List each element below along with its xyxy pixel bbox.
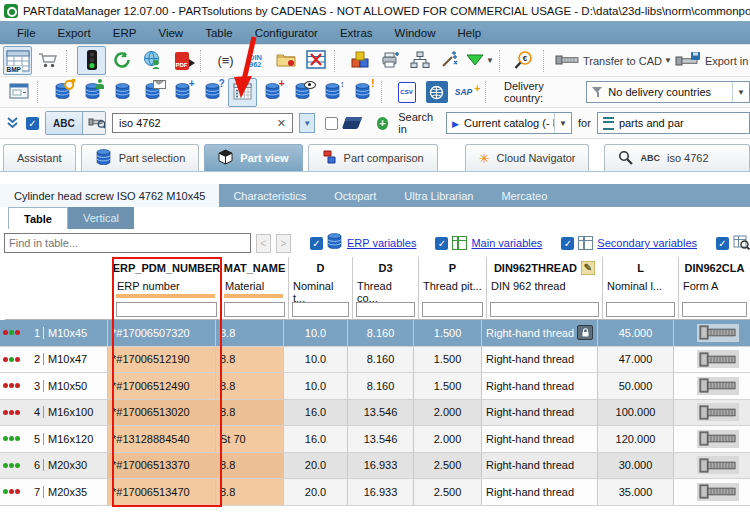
export-in-file-button[interactable]: Export in file (674, 46, 750, 75)
menu-extras[interactable]: Extras (329, 27, 384, 39)
cell-preview[interactable] (674, 453, 745, 479)
search-history-dropdown[interactable] (299, 113, 315, 133)
pdf-export-button[interactable]: PDF (167, 46, 196, 75)
db-mail-button[interactable] (138, 78, 167, 107)
table-row[interactable]: 4 M16x100 *#17006513020 8.8 16.0 13.546 … (0, 400, 750, 427)
column-header[interactable]: DIN962CLA (679, 257, 750, 278)
subtab-characteristics[interactable]: Characteristics (219, 184, 320, 207)
table-row[interactable]: 1 M10x45 *#17006507320 8.8 10.0 8.160 1.… (0, 320, 750, 347)
erp-table-view-button[interactable] (228, 78, 257, 107)
cell-l[interactable]: 100.000 (598, 400, 674, 426)
cell-l[interactable]: 35.000 (598, 479, 674, 505)
cell-material[interactable]: 8.8 (216, 479, 284, 505)
main-variables-link[interactable]: Main variables (471, 237, 542, 249)
cell-d3[interactable]: 16.933 (348, 453, 414, 479)
subtab-octopart[interactable]: Octopart (320, 184, 390, 207)
eraser-icon[interactable] (342, 117, 363, 129)
cell-d3[interactable]: 8.160 (348, 373, 414, 399)
favorites-button[interactable] (271, 46, 300, 75)
table-row[interactable]: 5 M16x120 *#13128884540 St 70 16.0 13.54… (0, 426, 750, 453)
csv-button[interactable]: CSV (392, 78, 421, 107)
cell-p[interactable]: 2.500 (414, 453, 482, 479)
cell-erp-number[interactable]: *#13128884540 (108, 426, 216, 452)
cell-thread[interactable]: Right-hand thread (482, 479, 598, 505)
dropdown-arrow-icon[interactable]: ▼ (486, 56, 494, 65)
cell-d[interactable]: 10.0 (284, 320, 348, 346)
column-filter-input[interactable] (224, 302, 285, 317)
column-header[interactable]: MAT_NAME (221, 257, 289, 278)
cell-d[interactable]: 16.0 (284, 426, 348, 452)
cell-material[interactable]: 8.8 (216, 320, 284, 346)
cell-d[interactable]: 10.0 (284, 373, 348, 399)
traffic-light-button[interactable] (77, 46, 106, 75)
transfer-to-cad-button[interactable]: Transfer to CAD ▼ (554, 46, 673, 75)
column-header[interactable]: ERP_PDM_NUMBER (113, 257, 221, 278)
green-triangle-button[interactable]: ▼ (465, 46, 495, 75)
menu-view[interactable]: View (147, 27, 194, 39)
menu-window[interactable]: Window (384, 27, 447, 39)
clear-search-icon[interactable]: ✕ (275, 117, 288, 130)
user-globe-button[interactable] (137, 46, 166, 75)
geometry-search-button[interactable] (82, 112, 106, 134)
row-header[interactable]: 5 M16x120 (0, 426, 108, 452)
db-user-button[interactable] (78, 78, 107, 107)
tab-search-result[interactable]: ABC iso 4762 (604, 144, 750, 171)
collapse-chevrons-icon[interactable] (5, 115, 20, 132)
cell-d3[interactable]: 13.546 (348, 400, 414, 426)
column-filter-input[interactable] (356, 302, 415, 317)
cell-material[interactable]: St 70 (216, 426, 284, 452)
column-filter-input[interactable] (490, 302, 599, 317)
cell-preview[interactable] (674, 426, 745, 452)
row-header[interactable]: 7 M20x35 (0, 479, 108, 505)
cell-p[interactable]: 2.000 (414, 400, 482, 426)
cell-thread[interactable]: Right-hand thread (482, 400, 598, 426)
tab-assistant[interactable]: Assistant (3, 144, 76, 171)
window-form-button[interactable] (4, 78, 33, 107)
row-header[interactable]: 2 M10x47 (0, 347, 108, 373)
secondary-variables-link[interactable]: Secondary variables (597, 237, 697, 249)
table-row[interactable]: 6 M20x30 *#17006513370 8.8 20.0 16.933 2… (0, 453, 750, 480)
main-variables-checkbox[interactable] (435, 237, 448, 250)
db-add-record-button[interactable]: + (258, 78, 287, 107)
db-button[interactable] (108, 78, 137, 107)
cell-erp-number[interactable]: *#17006512490 (108, 373, 216, 399)
column-filter-input[interactable] (606, 302, 675, 317)
cell-d[interactable]: 16.0 (284, 400, 348, 426)
column-filter-input[interactable] (292, 302, 349, 317)
cell-preview[interactable] (674, 479, 745, 505)
find-next-button[interactable]: > (276, 234, 291, 253)
search-scope-select[interactable]: Current catalog (- Indust (446, 112, 572, 134)
db-priority-button[interactable]: ! (348, 78, 377, 107)
row-header[interactable]: 1 M10x45 (0, 320, 108, 346)
menu-table[interactable]: Table (194, 27, 244, 39)
find-previous-button[interactable]: < (256, 234, 271, 253)
erp-variables-checkbox[interactable] (310, 237, 323, 250)
variable-display-button[interactable]: (≡) (211, 46, 240, 75)
cell-erp-number[interactable]: *#17006512190 (108, 347, 216, 373)
dropdown-arrow-icon[interactable] (732, 82, 749, 102)
cell-thread[interactable]: Right-hand thread (482, 453, 598, 479)
db-transfer-button[interactable]: ↕ (318, 78, 347, 107)
subtab-mercateo[interactable]: Mercateo (487, 184, 561, 207)
cell-p[interactable]: 2.000 (414, 426, 482, 452)
row-header[interactable]: 4 M16x100 (0, 400, 108, 426)
tab-table-view[interactable]: Table (8, 207, 68, 229)
menu-help[interactable]: Help (446, 27, 492, 39)
cell-d[interactable]: 20.0 (284, 453, 348, 479)
search-enabled-checkbox[interactable] (26, 117, 39, 130)
cell-d3[interactable]: 8.160 (348, 320, 414, 346)
globe-button[interactable] (422, 78, 451, 107)
tab-part-selection[interactable]: Part selection (81, 144, 200, 171)
cell-p[interactable]: 1.500 (414, 347, 482, 373)
tab-part-view[interactable]: Part view (204, 144, 302, 171)
menu-configurator[interactable]: Configurator (244, 27, 329, 39)
cell-material[interactable]: 8.8 (216, 453, 284, 479)
cell-l[interactable]: 30.000 (598, 453, 674, 479)
cell-l[interactable]: 47.000 (598, 347, 674, 373)
cell-p[interactable]: 1.500 (414, 320, 482, 346)
column-header[interactable]: D (289, 257, 353, 278)
cell-d3[interactable]: 16.933 (348, 479, 414, 505)
tab-cloud-navigator[interactable]: ✳ Cloud Navigator (465, 144, 590, 171)
table-row[interactable]: 7 M20x35 *#17006513470 8.8 20.0 16.933 2… (0, 479, 750, 506)
cell-d3[interactable]: 13.546 (348, 426, 414, 452)
